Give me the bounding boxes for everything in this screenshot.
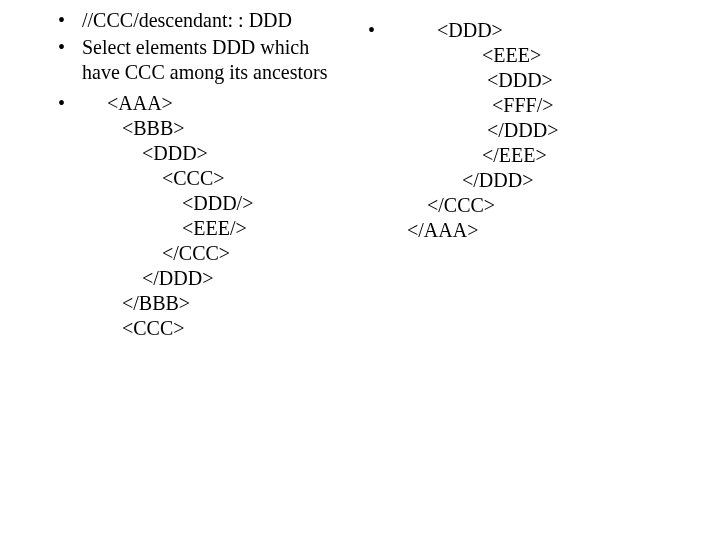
left-code-block: <AAA> <BBB> <DDD> <CCC> <DDD/> <EEE/> </… [82, 91, 350, 341]
left-column: //CCC/descendant: : DDD Select elements … [50, 8, 350, 343]
right-code-block: <DDD> <EEE> <DDD> <FFF/> </DDD> </EEE> <… [392, 18, 690, 243]
bullet-description: Select elements DDD which have CCC among… [50, 35, 350, 85]
right-list: <DDD> <EEE> <DDD> <FFF/> </DDD> </EEE> <… [360, 18, 690, 243]
right-column: <DDD> <EEE> <DDD> <FFF/> </DDD> </EEE> <… [360, 12, 690, 245]
bullet-description-text: Select elements DDD which have CCC among… [82, 36, 328, 83]
bullet-code-left: <AAA> <BBB> <DDD> <CCC> <DDD/> <EEE/> </… [50, 91, 350, 341]
bullet-xpath-text: //CCC/descendant: : DDD [82, 9, 292, 31]
bullet-xpath: //CCC/descendant: : DDD [50, 8, 350, 33]
bullet-code-right: <DDD> <EEE> <DDD> <FFF/> </DDD> </EEE> <… [360, 18, 690, 243]
slide: //CCC/descendant: : DDD Select elements … [0, 0, 720, 540]
left-list: //CCC/descendant: : DDD Select elements … [50, 8, 350, 341]
